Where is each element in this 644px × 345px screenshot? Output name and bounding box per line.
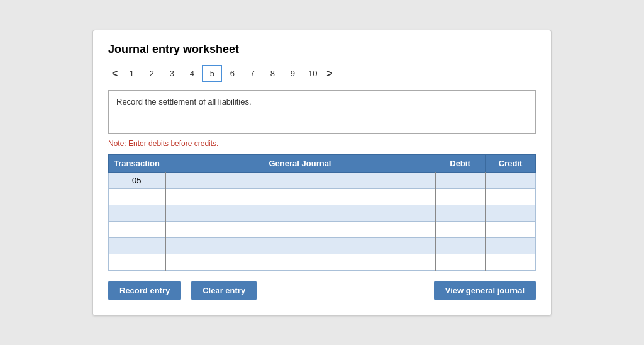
page-title: Journal entry worksheet [108, 43, 536, 56]
page-num-6[interactable]: 6 [222, 65, 242, 82]
journal-table: Transaction General Journal Debit Credit… [108, 154, 536, 271]
cell-debit[interactable] [435, 172, 486, 188]
page-num-5[interactable]: 5 [202, 65, 222, 82]
cell-debit[interactable] [435, 205, 486, 221]
button-row: Record entry Clear entry View general jo… [108, 281, 536, 300]
page-num-2[interactable]: 2 [142, 65, 162, 82]
description-text: Record the settlement of all liabilities… [116, 97, 252, 106]
cell-journal[interactable] [165, 188, 435, 205]
page-num-3[interactable]: 3 [162, 65, 182, 82]
page-num-9[interactable]: 9 [282, 65, 303, 82]
table-row: 05 [109, 172, 536, 188]
col-credit: Credit [486, 154, 536, 172]
page-num-10[interactable]: 10 [303, 65, 323, 82]
col-debit: Debit [435, 154, 486, 172]
cell-credit[interactable] [486, 188, 536, 205]
cell-debit[interactable] [435, 237, 486, 254]
journal-entry-worksheet-card: Journal entry worksheet < 12345678910 > … [92, 30, 552, 316]
cell-credit[interactable] [486, 205, 536, 221]
prev-page-button[interactable]: < [108, 67, 121, 81]
cell-debit[interactable] [435, 188, 486, 205]
cell-transaction[interactable]: 05 [109, 172, 165, 188]
record-entry-button[interactable]: Record entry [108, 281, 181, 300]
col-transaction: Transaction [109, 154, 165, 172]
note-text: Note: Enter debits before credits. [108, 139, 536, 148]
cell-transaction[interactable] [109, 221, 165, 237]
cell-transaction[interactable] [109, 237, 165, 254]
cell-journal[interactable] [165, 205, 435, 221]
cell-journal[interactable] [165, 237, 435, 254]
page-num-7[interactable]: 7 [242, 65, 262, 82]
next-page-button[interactable]: > [323, 67, 336, 81]
cell-journal[interactable] [165, 221, 435, 237]
cell-debit[interactable] [435, 254, 486, 270]
cell-credit[interactable] [486, 221, 536, 237]
table-header-row: Transaction General Journal Debit Credit [109, 154, 536, 172]
page-num-8[interactable]: 8 [262, 65, 282, 82]
cell-journal[interactable] [165, 172, 435, 188]
table-row [109, 221, 536, 237]
description-box: Record the settlement of all liabilities… [108, 90, 536, 134]
page-num-4[interactable]: 4 [182, 65, 202, 82]
cell-debit[interactable] [435, 221, 486, 237]
table-row [109, 237, 536, 254]
table-row [109, 254, 536, 270]
table-row [109, 205, 536, 221]
cell-transaction[interactable] [109, 254, 165, 270]
pagination: < 12345678910 > [108, 65, 536, 82]
cell-transaction[interactable] [109, 205, 165, 221]
table-row [109, 188, 536, 205]
cell-credit[interactable] [486, 172, 536, 188]
page-num-1[interactable]: 1 [121, 65, 142, 82]
view-general-journal-button[interactable]: View general journal [434, 281, 536, 300]
cell-credit[interactable] [486, 237, 536, 254]
clear-entry-button[interactable]: Clear entry [191, 281, 257, 300]
cell-journal[interactable] [165, 254, 435, 270]
cell-credit[interactable] [486, 254, 536, 270]
col-general-journal: General Journal [165, 154, 435, 172]
cell-transaction[interactable] [109, 188, 165, 205]
